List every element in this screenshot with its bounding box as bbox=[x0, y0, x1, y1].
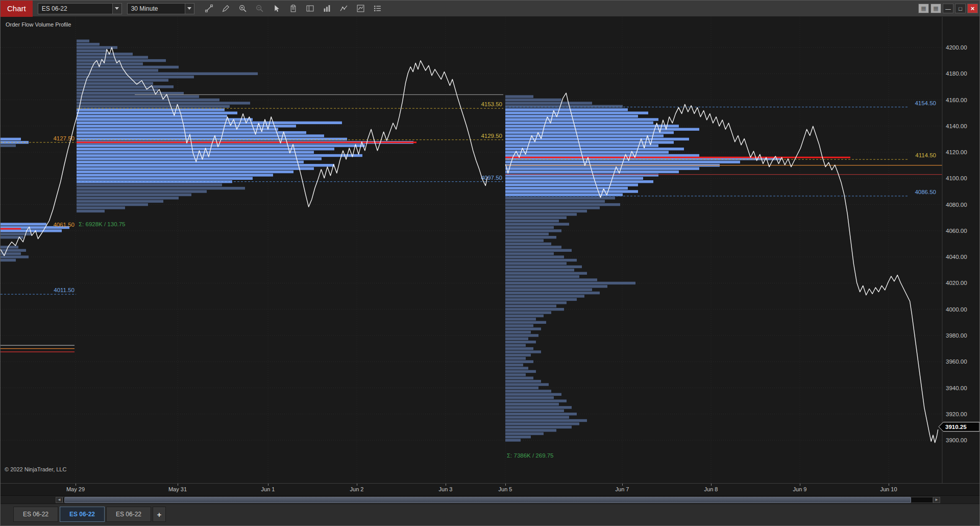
time-axis-label: Jun 1 bbox=[261, 486, 275, 492]
chevron-down-icon bbox=[112, 4, 121, 14]
list-icon[interactable] bbox=[370, 2, 385, 15]
tab-es-06-22-1[interactable]: ES 06-22 bbox=[13, 507, 58, 522]
trendline-icon[interactable] bbox=[202, 2, 216, 15]
panel-split-icon[interactable] bbox=[303, 2, 317, 15]
zoom-out-icon[interactable] bbox=[252, 2, 267, 15]
chart-region-icon[interactable] bbox=[353, 2, 368, 15]
volume-profile-bar bbox=[505, 243, 551, 245]
price-level-label: 4154.50 bbox=[915, 100, 936, 106]
chart-menu-button[interactable]: Chart bbox=[1, 1, 33, 17]
volume-profile-bar bbox=[77, 95, 199, 98]
volume-profile-bar bbox=[77, 177, 253, 180]
time-axis-label: Jun 7 bbox=[616, 486, 629, 492]
volume-profile-bar bbox=[77, 43, 100, 45]
profile-sum-label: Σ: 6928K / 130.75 bbox=[79, 221, 126, 227]
cursor-icon[interactable] bbox=[269, 2, 284, 15]
volume-profile-bar bbox=[505, 269, 574, 271]
y-axis-label: 4080.00 bbox=[946, 202, 967, 208]
last-price-label: 3910.25 bbox=[945, 424, 967, 430]
volume-profile-bar bbox=[77, 92, 184, 94]
volume-profile-bar bbox=[77, 131, 306, 134]
price-level-label: 4011.50 bbox=[54, 287, 75, 293]
volume-profile-bar bbox=[505, 239, 544, 242]
volume-profile-bar bbox=[77, 105, 230, 108]
volume-profile-bar bbox=[505, 272, 587, 275]
volume-profile-bar bbox=[77, 203, 148, 206]
volume-profile-bar bbox=[505, 131, 674, 134]
volume-profile-bar bbox=[505, 180, 653, 183]
volume-profile-bar bbox=[505, 406, 572, 409]
volume-profile-bar bbox=[505, 338, 528, 340]
time-axis-tick bbox=[357, 484, 357, 486]
volume-profile-bar bbox=[505, 344, 526, 347]
polyline-icon[interactable] bbox=[336, 2, 351, 15]
volume-profile-bar bbox=[505, 197, 615, 199]
time-axis-tick bbox=[622, 484, 623, 486]
clipboard-icon[interactable] bbox=[286, 2, 301, 15]
tab-es-06-22-3[interactable]: ES 06-22 bbox=[106, 507, 151, 522]
pencil-icon[interactable] bbox=[218, 2, 233, 15]
volume-profile-bar bbox=[505, 289, 592, 291]
volume-profile-bar bbox=[77, 56, 148, 59]
scrollbar-thumb[interactable] bbox=[64, 497, 911, 503]
chart-region[interactable]: 4153.504129.504097.504127.504061.504011.… bbox=[1, 17, 980, 483]
volume-profile-bar bbox=[505, 301, 567, 304]
volume-profile-bar bbox=[505, 429, 556, 432]
volume-profile-bar bbox=[1, 223, 46, 225]
minimize-button[interactable]: — bbox=[943, 4, 953, 13]
volume-profile-bar bbox=[505, 305, 556, 307]
volume-profile-bar bbox=[505, 154, 699, 157]
close-button[interactable]: × bbox=[967, 4, 978, 13]
volume-profile-bar bbox=[505, 102, 592, 104]
tab-es-06-22-2-active[interactable]: ES 06-22 bbox=[60, 507, 105, 522]
scrollbar-left-arrow[interactable]: ◄ bbox=[56, 497, 63, 503]
add-tab-button[interactable]: + bbox=[153, 507, 166, 522]
zoom-in-icon[interactable] bbox=[235, 2, 250, 15]
y-axis-label: 4180.00 bbox=[946, 70, 967, 77]
time-axis-label: Jun 5 bbox=[499, 486, 512, 492]
grid-layout-button-2[interactable]: ▦ bbox=[930, 4, 941, 13]
y-axis-label: 3920.00 bbox=[946, 411, 967, 417]
volume-profile-bar bbox=[77, 183, 222, 186]
toolbar: Chart ES 06-22 30 Minute ▦▦—□× bbox=[1, 1, 979, 17]
scrollbar-right-arrow[interactable]: ► bbox=[933, 497, 940, 503]
volume-profile-bar bbox=[505, 220, 559, 222]
instrument-select[interactable]: ES 06-22 bbox=[38, 3, 122, 14]
volume-profile-bar bbox=[505, 318, 536, 320]
bar-chart-icon[interactable] bbox=[320, 2, 334, 15]
ninjatrader-chart-window: Chart ES 06-22 30 Minute ▦▦—□× 4153.5041… bbox=[0, 0, 980, 526]
interval-select-value: 30 Minute bbox=[131, 5, 182, 12]
volume-profile-bar bbox=[505, 383, 549, 386]
volume-profile-bar bbox=[77, 138, 347, 140]
volume-profile-bar bbox=[505, 134, 664, 137]
price-level-label: 4097.50 bbox=[481, 175, 502, 181]
volume-profile-bar bbox=[505, 262, 567, 265]
volume-profile-bar bbox=[77, 62, 143, 65]
volume-profile-bar bbox=[505, 236, 556, 238]
time-axis-label: May 31 bbox=[168, 486, 187, 492]
interval-select[interactable]: 30 Minute bbox=[127, 3, 194, 14]
volume-profile-bar bbox=[1, 145, 16, 147]
volume-profile-bar bbox=[77, 200, 163, 203]
chart-canvas[interactable]: 4153.504129.504097.504127.504061.504011.… bbox=[1, 17, 980, 483]
volume-profile-bar bbox=[505, 321, 546, 324]
volume-profile-bar bbox=[505, 213, 577, 216]
time-axis-label: Jun 10 bbox=[880, 486, 897, 492]
volume-profile-bar bbox=[505, 194, 623, 196]
volume-profile-bar bbox=[505, 393, 561, 396]
volume-profile-bar bbox=[505, 367, 528, 369]
time-axis-tick bbox=[446, 484, 446, 486]
volume-profile-bar bbox=[77, 134, 324, 137]
restore-button[interactable]: □ bbox=[955, 4, 966, 13]
grid-layout-button[interactable]: ▦ bbox=[918, 4, 929, 13]
volume-profile-bar bbox=[77, 210, 105, 212]
volume-profile-bar bbox=[505, 266, 582, 268]
volume-profile-bar bbox=[77, 151, 314, 153]
time-axis-tick bbox=[889, 484, 889, 486]
time-axis-tick bbox=[800, 484, 800, 486]
volume-profile-bar bbox=[505, 377, 533, 379]
time-axis[interactable]: May 29May 31Jun 1Jun 2Jun 3Jun 5Jun 7Jun… bbox=[1, 483, 980, 496]
volume-profile-bar bbox=[505, 226, 554, 229]
volume-profile-bar bbox=[77, 128, 278, 131]
volume-profile-bar bbox=[505, 210, 587, 212]
